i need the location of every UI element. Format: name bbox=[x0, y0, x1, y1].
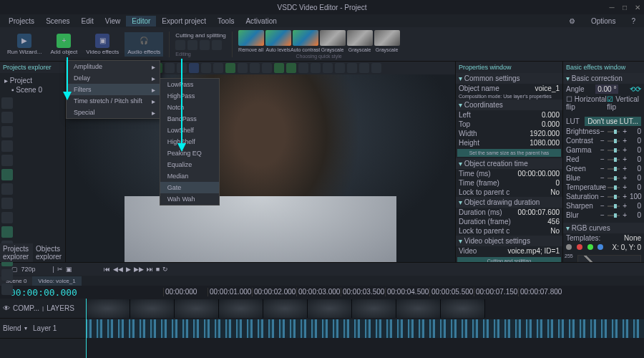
menu-item[interactable]: HighShelf bbox=[160, 136, 219, 147]
hflip-check[interactable]: ☐ Horizontal flip bbox=[566, 95, 607, 111]
curve-dot-r[interactable] bbox=[577, 244, 582, 250]
strip-icon[interactable] bbox=[359, 63, 369, 73]
explorer-tab[interactable]: Objects explorer bbox=[33, 243, 65, 262]
tool-icon[interactable] bbox=[187, 40, 197, 50]
tree-scene[interactable]: ▪ Scene 0 bbox=[3, 85, 62, 95]
add-object-button[interactable]: +Add object bbox=[47, 32, 80, 57]
loop-icon[interactable]: ↻ bbox=[162, 266, 168, 273]
value[interactable]: 1080.000 bbox=[530, 139, 560, 147]
side-tool-icon[interactable] bbox=[1, 198, 13, 209]
tl-tool-icon[interactable]: ▣ bbox=[66, 266, 72, 273]
clip-frame[interactable] bbox=[441, 299, 485, 318]
value[interactable]: 0 bbox=[630, 137, 641, 145]
clip-frame[interactable] bbox=[352, 299, 396, 318]
dec-icon[interactable]: − bbox=[600, 183, 605, 191]
value[interactable]: 0 bbox=[555, 179, 560, 187]
menu-item[interactable]: Special▸ bbox=[67, 107, 160, 118]
menu-editor[interactable]: Editor bbox=[126, 16, 156, 26]
close-icon[interactable]: ✕ bbox=[634, 4, 641, 11]
side-tool-icon[interactable] bbox=[1, 226, 13, 238]
side-tool-icon[interactable] bbox=[1, 269, 13, 281]
dec-icon[interactable]: − bbox=[600, 146, 605, 154]
section-vos[interactable]: ▾ Video object settings bbox=[456, 236, 562, 246]
cutsplit-button[interactable]: Cutting and splitting bbox=[457, 257, 561, 262]
inc-icon[interactable]: + bbox=[623, 211, 627, 219]
inc-icon[interactable]: + bbox=[623, 127, 627, 135]
menu-item[interactable]: Peaking EQ bbox=[160, 147, 219, 159]
inc-icon[interactable]: + bbox=[623, 183, 627, 191]
value[interactable]: No bbox=[550, 188, 560, 196]
menu-item[interactable]: BandPass bbox=[160, 113, 219, 125]
strip-icon[interactable] bbox=[274, 63, 284, 73]
blend-select[interactable]: Blend bbox=[3, 324, 21, 332]
strip-icon[interactable] bbox=[286, 63, 296, 73]
clip-frame[interactable] bbox=[86, 299, 130, 318]
forward-icon[interactable]: ▶▶ bbox=[134, 266, 144, 273]
slider[interactable] bbox=[608, 168, 620, 170]
menu-projects[interactable]: Projects bbox=[3, 16, 40, 26]
menu-activation[interactable]: Activation bbox=[240, 16, 282, 26]
quickstyle-thumb[interactable]: Grayscale bbox=[347, 30, 373, 52]
strip-icon[interactable] bbox=[335, 63, 345, 73]
tree-project[interactable]: ▸ Project bbox=[3, 76, 62, 85]
comp-label[interactable]: COMP... bbox=[13, 304, 39, 312]
inc-icon[interactable]: + bbox=[623, 193, 627, 200]
eye-icon[interactable]: 👁 bbox=[3, 304, 10, 312]
quickstyle-thumb[interactable]: Auto contrast bbox=[293, 30, 318, 52]
value[interactable]: 1920.000 bbox=[530, 130, 560, 137]
strip-icon[interactable] bbox=[298, 63, 308, 73]
section-common[interactable]: ▾ Common settings bbox=[456, 73, 562, 84]
rewind-icon[interactable]: ◀◀ bbox=[113, 266, 123, 273]
inc-icon[interactable]: + bbox=[623, 155, 627, 163]
strip-icon[interactable] bbox=[165, 63, 175, 73]
quickstyle-thumb[interactable]: Auto levels bbox=[265, 30, 291, 52]
angle-input[interactable]: 0.00 ° bbox=[595, 84, 618, 94]
side-tool-icon[interactable] bbox=[1, 169, 13, 180]
options-link[interactable]: Options bbox=[585, 16, 621, 26]
tool-icon[interactable] bbox=[200, 40, 210, 50]
dec-icon[interactable]: − bbox=[600, 193, 605, 200]
quickstyle-thumb[interactable]: Grayscale bbox=[320, 30, 346, 52]
strip-icon[interactable] bbox=[347, 63, 357, 73]
strip-icon[interactable] bbox=[323, 63, 333, 73]
slider[interactable] bbox=[608, 140, 620, 142]
value[interactable]: voice_1 bbox=[535, 84, 560, 92]
menu-item[interactable]: Time stretch / Pitch shift▸ bbox=[67, 95, 160, 107]
value[interactable]: 0 bbox=[630, 183, 641, 191]
clip-frame[interactable] bbox=[175, 299, 219, 318]
slider[interactable] bbox=[608, 131, 620, 132]
value[interactable]: 456 bbox=[547, 218, 560, 226]
menu-item[interactable]: Notch bbox=[160, 102, 219, 113]
value[interactable]: 0 bbox=[630, 165, 641, 173]
video-effects-button[interactable]: ▣Video effects bbox=[83, 32, 122, 57]
value[interactable]: 0.000 bbox=[542, 120, 560, 128]
prev-icon[interactable]: ⏮ bbox=[104, 266, 110, 273]
value[interactable]: 0.000 bbox=[542, 111, 560, 119]
dec-icon[interactable]: − bbox=[600, 202, 605, 210]
side-tool-icon[interactable] bbox=[1, 112, 13, 123]
lut-select[interactable]: Don't use LUT... bbox=[585, 117, 641, 126]
section-bc[interactable]: ▾ Basic correction bbox=[563, 73, 644, 84]
dec-icon[interactable]: − bbox=[600, 165, 605, 173]
slider[interactable] bbox=[608, 150, 620, 151]
audio-effects-button[interactable]: 🎧Audio effects bbox=[125, 32, 163, 57]
slider[interactable] bbox=[608, 187, 620, 188]
play-icon[interactable]: ▶ bbox=[126, 266, 131, 273]
quickstyle-thumb[interactable]: Grayscale bbox=[374, 30, 400, 52]
audio-waveform[interactable] bbox=[86, 319, 644, 338]
section-odd[interactable]: ▾ Object drawing duration bbox=[456, 197, 562, 208]
playhead[interactable] bbox=[86, 299, 87, 358]
side-tool-icon[interactable] bbox=[1, 97, 13, 109]
menu-item[interactable]: Wah Wah bbox=[160, 193, 219, 205]
tl-tool-icon[interactable]: ✂ bbox=[57, 266, 63, 273]
slider[interactable] bbox=[608, 215, 620, 216]
inc-icon[interactable]: + bbox=[623, 137, 627, 145]
curve-dot-all[interactable] bbox=[566, 244, 572, 250]
value[interactable]: 00:00:07.600 bbox=[518, 208, 560, 216]
clip-frame[interactable] bbox=[130, 299, 175, 318]
strip-icon[interactable] bbox=[311, 63, 321, 73]
menu-item[interactable]: Filters▸ bbox=[67, 84, 160, 95]
value[interactable]: 100 bbox=[630, 193, 641, 200]
resolution-label[interactable]: 720p bbox=[21, 266, 35, 273]
strip-icon[interactable] bbox=[262, 63, 272, 73]
